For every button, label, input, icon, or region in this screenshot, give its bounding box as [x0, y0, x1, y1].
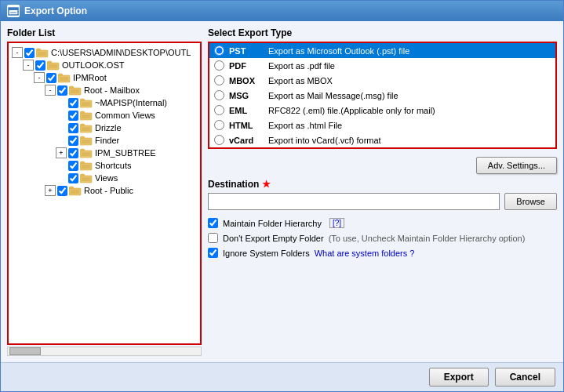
checkbox-ignore-system[interactable] — [208, 248, 218, 258]
tree-item-label: Views — [95, 173, 118, 183]
radio-eml[interactable] — [214, 105, 224, 115]
radio-msg[interactable] — [214, 90, 224, 100]
tree-item-finder[interactable]: Finder — [12, 134, 197, 147]
tree-item-ipm-subtree[interactable]: + IPM_SUBTREE — [12, 147, 197, 159]
option-row-no-empty-folder: Don't Export Empty Folder (To use, Unche… — [208, 233, 557, 243]
tree-item-common-views[interactable]: Common Views — [12, 109, 197, 122]
browse-button[interactable]: Browse — [504, 193, 557, 210]
tree-checkbox[interactable] — [68, 148, 78, 158]
tree-item-outlook-ost[interactable]: - C:\USERS\ADMIN\DESKTOP\OUTL — [12, 46, 197, 59]
export-option-pdf[interactable]: PDF Export as .pdf file — [209, 58, 555, 73]
tree-checkbox[interactable] — [68, 123, 78, 133]
tree-item-label: Drizzle — [95, 123, 122, 132]
destination-input[interactable] — [208, 193, 500, 210]
destination-section: Destination ★ Browse — [208, 179, 557, 210]
expander-spacer — [56, 122, 67, 133]
export-option-msg[interactable]: MSG Export as Mail Message(.msg) file — [209, 88, 555, 103]
tree-expander[interactable]: - — [45, 85, 56, 96]
export-type-container: PST Export as Microsoft Outlook (.pst) f… — [208, 42, 557, 149]
expander-spacer — [56, 160, 67, 171]
radio-vcard[interactable] — [214, 135, 224, 145]
export-code-html: HTML — [229, 121, 268, 130]
folder-icon — [80, 123, 93, 133]
folder-icon — [80, 173, 93, 183]
checkbox-no-empty-folder[interactable] — [208, 233, 218, 243]
checkbox-maintain-hierarchy[interactable] — [208, 218, 218, 228]
tree-item-root-mailbox[interactable]: - Root - Mailbox — [12, 84, 197, 96]
tree-checkbox[interactable] — [57, 186, 67, 196]
tree-expander[interactable]: - — [34, 72, 45, 83]
help-link-maintain-hierarchy[interactable]: [?] — [329, 218, 344, 228]
main-content: Folder List - C:\USERS\ADMIN\DESKTOP\OUT… — [1, 21, 563, 362]
left-panel: Folder List - C:\USERS\ADMIN\DESKTOP\OUT… — [7, 27, 202, 356]
tree-expander[interactable]: - — [23, 60, 34, 71]
option-row-ignore-system: Ignore System FoldersWhat are system fol… — [208, 248, 557, 258]
tree-item-shortcuts[interactable]: Shortcuts — [12, 159, 197, 172]
adv-settings-button[interactable]: Adv. Settings... — [476, 157, 557, 174]
tree-item-label: Finder — [95, 136, 119, 145]
svg-rect-20 — [82, 152, 90, 156]
svg-rect-26 — [71, 190, 79, 194]
tree-checkbox[interactable] — [68, 111, 78, 121]
export-desc-eml: RFC822 (.eml) file.(Applicable only for … — [268, 106, 435, 115]
tree-item-mapisp[interactable]: ~MAPISP(Internal) — [12, 96, 197, 109]
folder-icon — [80, 161, 93, 171]
tree-checkbox[interactable] — [68, 161, 78, 171]
tree-checkbox[interactable] — [46, 73, 56, 83]
tree-expander[interactable]: + — [45, 185, 56, 196]
right-panel: Select Export Type PST Export as Microso… — [208, 27, 557, 356]
tree-checkbox[interactable] — [68, 173, 78, 183]
folder-icon — [58, 73, 71, 83]
tree-checkbox[interactable] — [24, 48, 35, 58]
svg-rect-16 — [82, 127, 90, 131]
window-icon — [7, 5, 20, 17]
svg-rect-4 — [38, 52, 46, 56]
tree-checkbox[interactable] — [35, 60, 45, 71]
tree-item-label: ~MAPISP(Internal) — [95, 98, 167, 107]
export-option-html[interactable]: HTML Export as .html File — [209, 118, 555, 132]
tree-item-views[interactable]: Views — [12, 172, 197, 184]
svg-rect-22 — [82, 165, 90, 169]
tree-item-label: IPMRoot — [73, 73, 107, 82]
expander-spacer — [56, 97, 67, 108]
export-code-msg: MSG — [229, 91, 268, 100]
tree-item-drizzle[interactable]: Drizzle — [12, 122, 197, 134]
destination-label: Destination ★ — [208, 179, 557, 190]
folder-list-label: Folder List — [7, 27, 202, 38]
tree-item-outlook-ost-node[interactable]: - OUTLOOK.OST — [12, 59, 197, 71]
export-button[interactable]: Export — [429, 368, 489, 387]
svg-rect-6 — [49, 64, 57, 68]
folder-icon — [47, 60, 60, 71]
tree-item-label: IPM_SUBTREE — [95, 148, 156, 158]
radio-html[interactable] — [214, 120, 224, 130]
cancel-button[interactable]: Cancel — [495, 368, 555, 387]
radio-pdf[interactable] — [214, 60, 224, 71]
export-option-eml[interactable]: EML RFC822 (.eml) file.(Applicable only … — [209, 103, 555, 118]
svg-rect-14 — [82, 114, 90, 118]
export-option-vcard[interactable]: vCard Export into vCard(.vcf) format — [209, 132, 555, 147]
tree-expander[interactable]: + — [56, 147, 67, 158]
tree-expander[interactable]: - — [12, 47, 23, 58]
tree-item-ipmroot[interactable]: - IPMRoot — [12, 71, 197, 84]
what-are-system-folders-link[interactable]: What are system folders ? — [315, 249, 415, 258]
option-label-no-empty-folder: Don't Export Empty Folder — [223, 234, 324, 243]
radio-pst[interactable] — [214, 45, 224, 56]
export-code-pst: PST — [229, 46, 268, 56]
radio-mbox[interactable] — [214, 75, 224, 85]
export-desc-pdf: Export as .pdf file — [268, 61, 335, 71]
required-indicator: ★ — [262, 179, 271, 190]
svg-rect-1 — [9, 8, 18, 10]
export-option-pst[interactable]: PST Export as Microsoft Outlook (.pst) f… — [209, 43, 555, 58]
export-code-vcard: vCard — [229, 136, 268, 145]
scroll-thumb[interactable] — [9, 347, 41, 355]
window-title: Export Option — [24, 5, 87, 16]
tree-checkbox[interactable] — [68, 98, 78, 108]
tree-item-root-public[interactable]: + Root - Public — [12, 184, 197, 197]
folder-tree[interactable]: - C:\USERS\ADMIN\DESKTOP\OUTL- OUTLOOK.O… — [7, 42, 202, 345]
tree-checkbox[interactable] — [68, 136, 78, 146]
horizontal-scrollbar[interactable] — [7, 347, 202, 356]
folder-icon — [69, 85, 82, 96]
tree-checkbox[interactable] — [57, 85, 67, 96]
export-option-mbox[interactable]: MBOX Export as MBOX — [209, 73, 555, 88]
adv-settings-row: Adv. Settings... — [208, 157, 557, 174]
